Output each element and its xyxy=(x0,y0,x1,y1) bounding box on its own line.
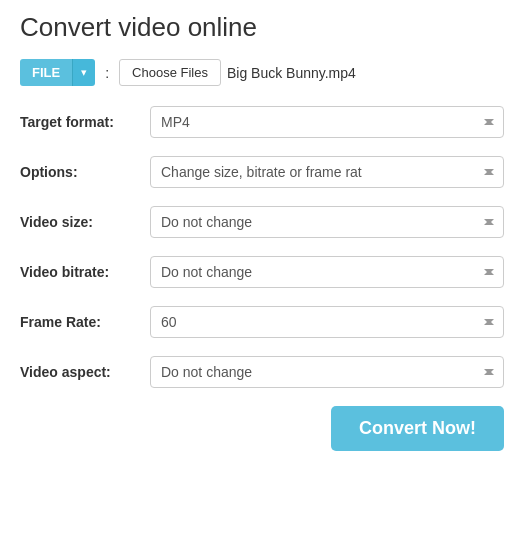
video-aspect-label: Video aspect: xyxy=(20,364,150,380)
file-row: FILE ▾ : Choose Files Big Buck Bunny.mp4 xyxy=(20,59,504,86)
options-label: Options: xyxy=(20,164,150,180)
target-format-label: Target format: xyxy=(20,114,150,130)
colon: : xyxy=(105,65,109,81)
video-aspect-row: Video aspect: Do not change 4:3 16:9 21:… xyxy=(20,356,504,388)
frame-rate-row: Frame Rate: Do not change 24 25 30 60 xyxy=(20,306,504,338)
video-aspect-select[interactable]: Do not change 4:3 16:9 21:9 xyxy=(150,356,504,388)
convert-now-button[interactable]: Convert Now! xyxy=(331,406,504,451)
page-title: Convert video online xyxy=(20,12,504,43)
target-format-row: Target format: MP4 AVI MOV MKV WMV FLV W… xyxy=(20,106,504,138)
file-dropdown-button[interactable]: ▾ xyxy=(72,59,95,86)
target-format-select[interactable]: MP4 AVI MOV MKV WMV FLV WEBM xyxy=(150,106,504,138)
video-bitrate-row: Video bitrate: Do not change 500k 1000k … xyxy=(20,256,504,288)
video-size-select[interactable]: Do not change 320x240 640x480 1280x720 1… xyxy=(150,206,504,238)
video-bitrate-label: Video bitrate: xyxy=(20,264,150,280)
choose-files-button[interactable]: Choose Files xyxy=(119,59,221,86)
frame-rate-select[interactable]: Do not change 24 25 30 60 xyxy=(150,306,504,338)
file-button[interactable]: FILE xyxy=(20,59,72,86)
frame-rate-label: Frame Rate: xyxy=(20,314,150,330)
file-button-group: FILE ▾ xyxy=(20,59,95,86)
video-size-row: Video size: Do not change 320x240 640x48… xyxy=(20,206,504,238)
video-size-label: Video size: xyxy=(20,214,150,230)
convert-row: Convert Now! xyxy=(20,406,504,451)
options-select[interactable]: Change size, bitrate or frame rat Basic … xyxy=(150,156,504,188)
video-bitrate-select[interactable]: Do not change 500k 1000k 2000k 4000k xyxy=(150,256,504,288)
options-row: Options: Change size, bitrate or frame r… xyxy=(20,156,504,188)
file-name: Big Buck Bunny.mp4 xyxy=(227,65,356,81)
